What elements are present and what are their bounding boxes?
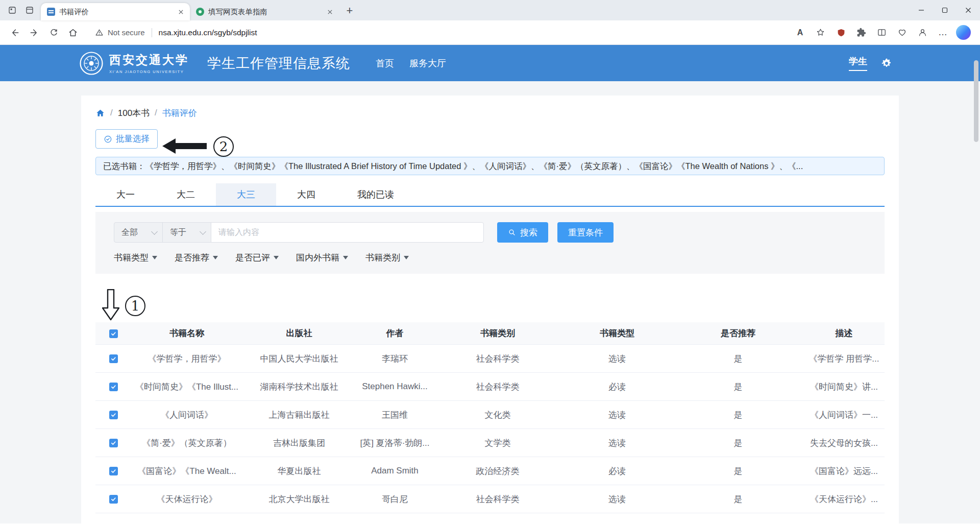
row-checkbox[interactable] [109,467,118,475]
forward-icon[interactable] [24,23,44,42]
cell-type: 选读 [561,409,673,421]
browser-tab-form-guide[interactable]: 填写网页表单指南 [190,3,339,20]
row-checkbox[interactable] [109,354,118,363]
row-checkbox[interactable] [109,411,118,419]
university-logo: 西安交通大学 XI'AN JIAOTONG UNIVERSITY [79,51,189,76]
cell-author: Adam Smith [356,466,434,476]
app-header: 西安交通大学 XI'AN JIAOTONG UNIVERSITY 学生工作管理信… [0,45,980,81]
more-menu-icon[interactable]: … [934,23,952,42]
checkbox-check-icon [111,384,116,390]
breadcrumb-separator: / [110,108,113,118]
tab-close-icon[interactable] [176,7,186,17]
filter-domestic-foreign[interactable]: 国内外书籍 [296,252,348,264]
cell-category: 社会科学类 [434,381,561,393]
table-row: 《人间词话》 上海古籍出版社 王国维 文化类 选读 是 《人间词话》一... [95,401,885,429]
cell-author: 王国维 [356,409,434,421]
copilot-icon[interactable] [954,23,973,42]
nav-service-hall[interactable]: 服务大厅 [409,57,446,69]
breadcrumb: / 100本书 / 书籍评价 [95,104,885,122]
user-role[interactable]: 学生 [849,55,867,71]
column-header-publisher[interactable]: 出版社 [242,327,356,339]
grade-tab-da-si[interactable]: 大四 [276,183,336,206]
column-header-recommended[interactable]: 是否推荐 [673,327,803,339]
address-bar[interactable]: Not secure nsa.xjtu.edu.cn/sgyb/sdpjlist [87,23,787,42]
cell-recommended: 是 [673,409,803,421]
row-checkbox[interactable] [109,383,118,391]
reset-button[interactable]: 重置条件 [557,222,614,243]
filter-recommended[interactable]: 是否推荐 [175,252,218,264]
search-button[interactable]: 搜索 [497,222,548,243]
back-icon[interactable] [5,23,24,42]
filter-evaluated[interactable]: 是否已评 [235,252,279,264]
cell-type: 必读 [561,465,673,477]
browser-tab-book-evaluation[interactable]: 书籍评价 [41,3,190,20]
cell-description: 《时间简史》讲... [803,381,885,393]
breadcrumb-home-icon[interactable] [95,108,105,118]
nav-home[interactable]: 首页 [376,57,394,69]
tab-actions-icon[interactable] [21,2,38,18]
column-header-author[interactable]: 作者 [356,327,434,339]
filter-category[interactable]: 书籍类别 [365,252,409,264]
cell-description: 《国富论》远远... [803,465,885,477]
cell-type: 选读 [561,493,673,505]
column-header-category[interactable]: 书籍类别 [434,327,561,339]
filter-book-type[interactable]: 书籍类型 [114,252,157,264]
column-header-type[interactable]: 书籍类型 [561,327,673,339]
column-header-book-name[interactable]: 书籍名称 [131,327,242,339]
filter-label: 书籍类型 [114,252,149,264]
cell-publisher: 上海古籍出版社 [242,409,356,421]
checkbox-check-icon [111,356,116,362]
grade-tab-my-read[interactable]: 我的已读 [336,183,415,206]
row-checkbox[interactable] [109,495,118,504]
caret-down-icon [213,256,218,259]
cell-book-name: 《天体运行论》 [131,493,242,505]
cell-category: 社会科学类 [434,353,561,365]
read-aloud-icon[interactable]: A [791,23,810,42]
select-all-checkbox[interactable] [109,329,118,338]
check-circle-icon [104,135,112,144]
table-row: 《国富论》《The Wealt... 华夏出版社 Adam Smith 政治经济… [95,457,885,485]
extensions-icon[interactable] [852,23,871,42]
operator-select[interactable]: 等于 [162,222,211,243]
filter-panel: 全部 等于 搜索 重置条件 书籍类型 [95,212,885,274]
search-input[interactable] [211,222,484,243]
filter-label: 国内外书籍 [296,252,339,264]
grade-tabs: 大一 大二 大三 大四 我的已读 [95,183,885,207]
caret-down-icon [152,256,157,259]
tab-close-icon[interactable] [325,7,335,17]
maximize-icon[interactable] [933,0,957,20]
cell-book-name: 《简·爱》（英文原著） [131,437,242,449]
address-separator [152,28,152,37]
favorite-star-icon[interactable] [811,23,830,42]
breadcrumb-item-books[interactable]: 100本书 [118,107,150,119]
university-name-en: XI'AN JIAOTONG UNIVERSITY [109,69,189,74]
browser-essentials-icon[interactable] [893,23,912,42]
university-emblem-icon [79,51,104,76]
system-title: 学生工作管理信息系统 [207,54,350,73]
cell-book-name: 《国富论》《The Wealt... [131,465,242,477]
minimize-icon[interactable] [910,0,933,20]
home-icon[interactable] [63,23,83,42]
gear-icon[interactable] [881,58,892,69]
grade-tab-da-er[interactable]: 大二 [156,183,216,206]
row-checkbox[interactable] [109,439,118,447]
tab-search-icon[interactable] [4,2,20,18]
refresh-icon[interactable] [44,23,63,42]
tab-title: 书籍评价 [59,7,172,17]
ublock-icon[interactable] [831,23,850,42]
new-tab-button[interactable]: + [342,3,357,18]
field-select[interactable]: 全部 [114,222,163,243]
chevron-down-icon [151,228,158,235]
close-window-icon[interactable] [957,0,980,20]
cell-recommended: 是 [673,381,803,393]
split-screen-icon[interactable] [872,23,891,42]
column-header-description[interactable]: 描述 [803,327,885,339]
grade-tab-da-yi[interactable]: 大一 [95,183,156,206]
cell-publisher: 北京大学出版社 [242,493,356,505]
cell-author: 李瑞环 [356,353,434,365]
profile-icon[interactable] [913,23,932,42]
batch-select-button[interactable]: 批量选择 [95,129,158,149]
grade-tab-da-san[interactable]: 大三 [216,183,276,206]
filter-label: 书籍类别 [365,252,400,264]
caret-down-icon [343,256,348,259]
